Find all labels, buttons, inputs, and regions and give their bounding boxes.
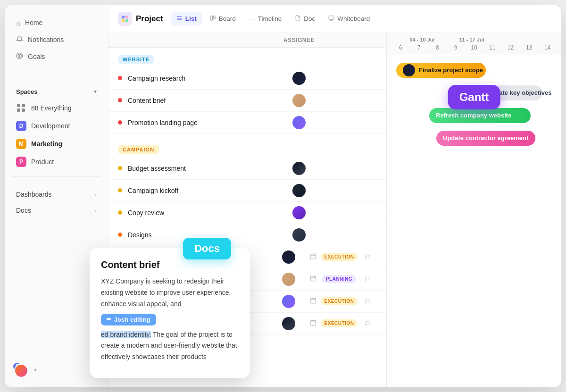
avatar (292, 228, 306, 242)
task-dot-red (118, 120, 122, 125)
task-dot-yellow (118, 210, 122, 215)
sidebar-item-dashboards[interactable]: Dashboards › (10, 186, 102, 202)
calendar-icon (310, 275, 316, 283)
whiteboard-icon (328, 15, 334, 23)
task-assignee (267, 250, 310, 264)
docs-popup-text: XYZ Company is seeking to redesign their… (101, 276, 239, 309)
table-row[interactable]: Campaign research (108, 67, 386, 90)
avatar (292, 206, 306, 219)
svg-rect-5 (122, 19, 125, 22)
topbar: Project List Board — Tim (108, 5, 561, 33)
svg-rect-3 (122, 16, 125, 18)
gantt-day: 13 (520, 44, 538, 51)
avatar (292, 184, 306, 197)
sidebar-item-home[interactable]: ⌂ Home (10, 15, 102, 31)
task-group-website: WEBSITE Campaign research Content brief (108, 48, 386, 138)
pencil-icon: ✏ (107, 316, 111, 323)
task-name: Promotion landing page (128, 119, 278, 126)
tab-timeline[interactable]: — Timeline (243, 12, 288, 25)
gantt-bar-pink: Update contractor agreement (436, 131, 535, 146)
svg-rect-6 (125, 19, 128, 22)
gantt-day: 8 (428, 44, 447, 51)
table-row[interactable]: Content brief (108, 90, 386, 112)
svg-point-2 (19, 55, 20, 57)
task-assignee (278, 184, 320, 197)
docs-popup-title: Content brief (101, 259, 239, 270)
table-row[interactable]: Designs (108, 224, 386, 246)
sidebar-item-product[interactable]: P Product (10, 153, 102, 171)
svg-rect-25 (311, 298, 316, 303)
bell-icon (16, 35, 23, 44)
avatar (292, 94, 306, 107)
doc-icon (295, 15, 301, 23)
gantt-row: Finalize project scope (391, 60, 557, 81)
table-row[interactable]: Campaign kickoff (108, 180, 386, 202)
task-assignee (278, 116, 320, 129)
tab-whiteboard[interactable]: Whiteboard (323, 12, 375, 25)
everything-label: 88 Everything (31, 104, 72, 112)
board-icon (210, 15, 216, 23)
everything-icon (16, 103, 26, 113)
task-flag (358, 321, 377, 326)
tab-doc[interactable]: Doc (289, 12, 321, 25)
table-row[interactable]: Copy review (108, 202, 386, 224)
sidebar-divider-2 (12, 176, 100, 177)
task-flag (358, 299, 377, 304)
task-name: Campaign kickoff (128, 187, 278, 194)
svg-rect-30 (311, 320, 316, 325)
calendar-icon (310, 297, 316, 305)
task-status: PLANNING (320, 275, 358, 283)
task-status: EXECUTION (320, 253, 358, 261)
gantt-day: 11 (483, 44, 501, 51)
avatar (292, 72, 306, 85)
sidebar-item-goals[interactable]: Goals (10, 48, 102, 65)
gantt-bar-yellow: Finalize project scope (396, 63, 486, 78)
sidebar-item-marketing[interactable]: M Marketing (10, 135, 102, 153)
docs-chevron: › (95, 208, 97, 213)
calendar-icon (310, 319, 316, 327)
svg-point-1 (18, 54, 22, 58)
dashboards-label: Dashboards (16, 191, 52, 198)
task-dot-orange (118, 233, 122, 237)
week2-label: 11 - 17 Jul (453, 37, 491, 42)
assignee-header: ASSIGNEE (278, 37, 320, 43)
task-assignee (267, 295, 310, 308)
home-icon: ⌂ (16, 19, 20, 27)
week1-label: 04 - 10 Jul (391, 37, 453, 42)
task-status: EXECUTION (320, 319, 358, 327)
gantt-day: 10 (465, 44, 483, 51)
avatar (292, 116, 306, 129)
marketing-badge: M (16, 139, 26, 149)
gantt-day: 12 (501, 44, 520, 51)
tab-board[interactable]: Board (204, 12, 241, 25)
task-assignee (267, 317, 310, 330)
development-badge: D (16, 121, 26, 131)
gantt-bar-label: Update contractor agreement (443, 134, 528, 142)
spaces-header[interactable]: Spaces ▾ (10, 84, 102, 99)
sidebar-nav: ⌂ Home Notifications Goals (5, 15, 108, 65)
marketing-label: Marketing (31, 140, 62, 148)
project-icon (118, 12, 132, 26)
avatar (282, 317, 295, 330)
svg-rect-15 (311, 254, 316, 259)
tab-list[interactable]: List (171, 12, 202, 25)
table-row[interactable]: Promotion landing page (108, 112, 386, 134)
list-icon (176, 15, 183, 23)
tab-list-label: List (185, 15, 197, 22)
task-dot-red (118, 76, 122, 80)
tab-board-label: Board (219, 15, 236, 22)
task-assignee (278, 94, 320, 107)
sidebar-item-everything[interactable]: 88 Everything (10, 99, 102, 117)
gantt-day: 14 (538, 44, 557, 51)
status-badge: EXECUTION (321, 319, 358, 327)
product-label: Product (31, 158, 54, 166)
sidebar-item-notifications[interactable]: Notifications (10, 31, 102, 48)
task-name: Designs (128, 231, 278, 239)
task-dot-yellow (118, 188, 122, 192)
task-assignee (278, 72, 320, 85)
sidebar-item-development[interactable]: D Development (10, 117, 102, 135)
table-row[interactable]: Budget assessment (108, 158, 386, 180)
sidebar-item-docs[interactable]: Docs › (10, 202, 102, 218)
highlight-text: ed brand identity. (101, 331, 151, 338)
timeline-icon: — (249, 15, 255, 22)
